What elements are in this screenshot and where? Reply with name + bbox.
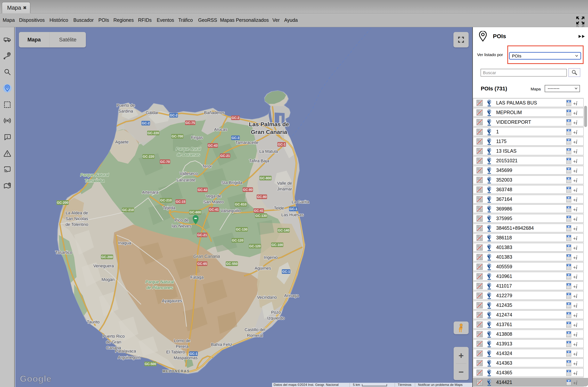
svg-text:Ingenio: Ingenio [264,255,278,260]
svg-text:GC-2: GC-2 [142,121,150,125]
svg-text:Gáldar: Gáldar [146,110,158,115]
svg-text:GC-2: GC-2 [232,116,239,120]
svg-text:GC-130: GC-130 [255,214,267,218]
svg-text:Arguineguín: Arguineguín [118,355,141,360]
svg-text:GC-1: GC-1 [282,270,290,273]
svg-text:Parque Natural: Parque Natural [145,279,174,284]
svg-text:Perera: Perera [176,344,189,349]
svg-text:Tamaraceite: Tamaraceite [235,140,258,145]
svg-text:Ayagaures: Ayagaures [162,298,182,303]
svg-text:San Mateo: San Mateo [203,200,224,204]
svg-text:Jinamar: Jinamar [277,186,292,191]
svg-text:Lanzarote: Lanzarote [177,178,195,182]
svg-text:GC-3: GC-3 [232,136,239,140]
svg-text:Sta Brígida: Sta Brígida [221,180,243,185]
svg-text:GC-130: GC-130 [236,228,247,231]
svg-text:Tejeda: Tejeda [163,205,176,210]
svg-text:GC-75: GC-75 [185,121,195,125]
svg-text:Arucas: Arucas [214,127,227,132]
svg-text:GC-15: GC-15 [176,200,185,204]
svg-text:GC-120: GC-120 [249,244,261,248]
svg-text:de Tolentino: de Tolentino [65,222,88,227]
svg-text:Arinaga: Arinaga [284,293,299,298]
svg-text:GC-200: GC-200 [57,201,68,205]
svg-text:GC-41: GC-41 [254,209,264,213]
svg-text:Parque Natural: Parque Natural [80,173,109,177]
svg-text:Teror: Teror [202,164,212,169]
svg-text:GC-1: GC-1 [190,352,198,356]
svg-text:GC-550: GC-550 [226,262,238,266]
svg-text:GC-210: GC-210 [160,199,172,202]
svg-text:Pico de: Pico de [174,218,189,223]
svg-text:Tamadaba: Tamadaba [84,178,104,183]
svg-text:Veneguera: Veneguera [93,263,114,268]
svg-text:GC-21: GC-21 [197,233,207,237]
svg-text:Valle de: Valle de [277,181,292,186]
svg-text:de Doramas: de Doramas [177,152,200,157]
svg-text:Mogán: Mogán [102,277,114,282]
svg-text:GC-700: GC-700 [171,135,183,138]
svg-text:GC-1: GC-1 [290,207,297,211]
svg-text:GC-140: GC-140 [278,228,289,232]
svg-text:las Nieves: las Nieves [172,224,191,228]
svg-text:Pozo: Pozo [271,310,281,315]
svg-text:de Gran: de Gran [106,340,121,344]
svg-text:GC-1: GC-1 [278,143,286,146]
svg-text:Bañaderos: Bañaderos [204,110,225,115]
svg-text:GC-220: GC-220 [143,155,154,159]
svg-text:de Pilancones: de Pilancones [146,285,173,290]
svg-text:GC-600: GC-600 [189,210,201,214]
svg-text:Telde: Telde [274,206,284,210]
svg-text:Puerto Rico: Puerto Rico [103,334,125,339]
svg-text:Romeral: Romeral [247,333,263,338]
svg-text:Parque Rural: Parque Rural [176,146,201,151]
svg-text:GC-21: GC-21 [220,154,230,158]
svg-text:Bahía Feliz: Bahía Feliz [211,342,232,347]
svg-text:Taurito: Taurito [87,319,100,324]
svg-text:Las Palmas de: Las Palmas de [249,121,289,127]
svg-text:La Matula: La Matula [259,149,278,154]
svg-text:Valsequillo: Valsequillo [221,208,241,213]
svg-text:GC-80: GC-80 [243,188,252,192]
svg-text:Valleseco: Valleseco [180,171,198,176]
svg-text:Vecindario: Vecindario [257,295,277,300]
svg-text:GC-80: GC-80 [257,195,267,199]
svg-text:GC-210: GC-210 [122,208,134,212]
svg-text:Artenara: Artenara [142,190,158,195]
svg-text:GC-2: GC-2 [170,114,178,117]
svg-text:GC-65: GC-65 [197,262,207,266]
svg-text:GC-200: GC-200 [101,255,113,259]
svg-text:Agaete: Agaete [115,139,129,144]
svg-text:Fataga: Fataga [190,275,204,280]
svg-text:GC-500: GC-500 [145,362,156,366]
svg-text:Gran Canaria: Gran Canaria [193,254,220,259]
svg-text:Tafira Baja: Tafira Baja [249,159,269,163]
svg-text:La Aldea de: La Aldea de [66,210,88,215]
svg-text:GC-220: GC-220 [147,131,159,135]
svg-text:GC-43: GC-43 [208,144,218,147]
svg-text:GC-70: GC-70 [160,160,170,164]
svg-text:Agüimes: Agüimes [254,266,271,271]
svg-text:Puerto de: Puerto de [116,103,135,108]
svg-text:Patalavaca: Patalavaca [115,349,136,353]
svg-text:MELONERAS: MELONERAS [163,369,190,373]
svg-text:Tasartico: Tasartico [55,250,72,255]
svg-text:GC-800: GC-800 [260,176,271,180]
svg-text:Inagua: Inagua [118,241,131,245]
svg-text:Vega de: Vega de [206,194,221,199]
svg-text:GC-100: GC-100 [272,243,283,247]
svg-text:Firgas: Firgas [191,135,203,140]
svg-text:Maspalomas: Maspalomas [174,355,198,360]
svg-text:Izquierdo: Izquierdo [267,316,285,320]
svg-text:Lomo de: Lomo de [174,338,190,343]
svg-text:Gran Canaria: Gran Canaria [251,129,287,135]
svg-text:Sardina: Sardina [118,109,133,114]
svg-text:GC-120: GC-120 [232,239,243,242]
svg-text:GC-42: GC-42 [198,188,207,192]
svg-text:Castillo del: Castillo del [245,327,265,332]
svg-text:GC-41: GC-41 [209,208,219,211]
svg-text:Las Huesas: Las Huesas [281,212,304,217]
svg-text:El Tablero: El Tablero [166,350,185,354]
svg-text:San Nicolas: San Nicolas [65,216,88,221]
svg-text:La Garita: La Garita [292,200,309,204]
